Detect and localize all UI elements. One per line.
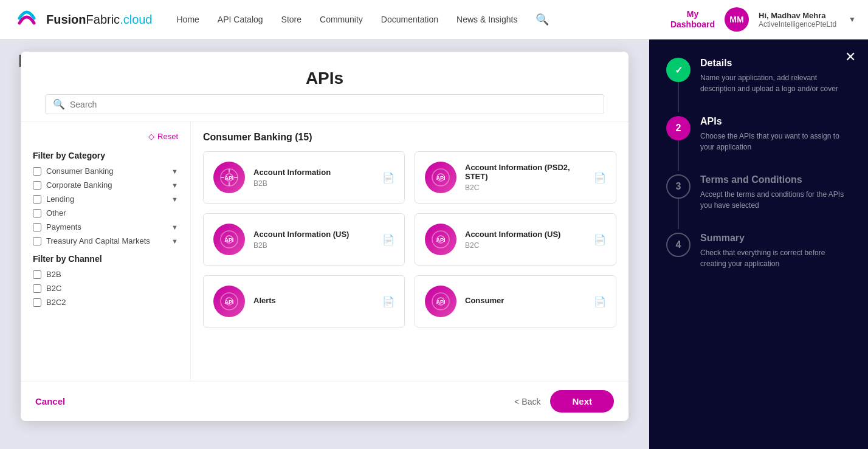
brand-fusion-text: Fusion xyxy=(46,13,86,27)
step-3-terms: 3 Terms and Conditions Accept the terms … xyxy=(666,174,851,211)
api-channel-3: B2C xyxy=(465,241,585,250)
filter-b2b-checkbox[interactable] xyxy=(33,270,41,279)
filter-consumer-banking[interactable]: Consumer Banking ▼ xyxy=(33,166,178,176)
filter-treasury[interactable]: Treasury And Capital Markets ▼ xyxy=(33,236,178,245)
back-button[interactable]: < Back xyxy=(514,397,540,406)
api-name-0: Account Information xyxy=(253,168,374,177)
chevron-down-icon[interactable]: ▼ xyxy=(171,224,178,231)
nav-right: My Dashboard MM Hi, Madhav Mehra ActiveI… xyxy=(670,7,856,32)
document-icon[interactable]: 📄 xyxy=(382,296,394,307)
cancel-button[interactable]: Cancel xyxy=(35,396,65,406)
filter-lending-checkbox[interactable] xyxy=(33,195,41,204)
document-icon[interactable]: 📄 xyxy=(382,172,394,183)
api-name-3: Account Information (US) xyxy=(465,230,585,239)
api-card-4[interactable]: API Alerts 📄 xyxy=(203,275,405,327)
api-name-1: Account Information (PSD2, STET) xyxy=(465,163,585,181)
chevron-down-icon[interactable]: ▼ xyxy=(849,15,856,24)
step-2-apis: 2 APIs Choose the APIs that you want to … xyxy=(666,116,851,153)
api-channel-0: B2B xyxy=(253,179,374,188)
nav-api-catalog[interactable]: API Catalog xyxy=(218,15,263,24)
brand-fabric-text: Fabric xyxy=(86,13,120,27)
filter-b2b[interactable]: B2B xyxy=(33,270,178,279)
svg-point-0 xyxy=(13,6,40,33)
api-card-2[interactable]: API Account Information (US) B2B 📄 xyxy=(203,213,405,266)
filter-header-row: ◇ Reset xyxy=(33,132,178,141)
filter-consumer-banking-label: Consumer Banking xyxy=(46,166,114,176)
document-icon[interactable]: 📄 xyxy=(594,296,606,307)
nav-links: Home API Catalog Store Community Documen… xyxy=(177,13,670,26)
modal-search-area: 🔍 xyxy=(21,94,629,122)
nav-news-insights[interactable]: News & Insights xyxy=(456,15,517,24)
step-3-circle: 3 xyxy=(666,174,691,199)
step-4-desc: Check that everything is correct before … xyxy=(700,247,851,269)
filter-b2c2-label: B2C2 xyxy=(46,298,66,307)
chevron-down-icon[interactable]: ▼ xyxy=(171,182,178,189)
finastra-logo xyxy=(12,5,41,34)
filter-payments-checkbox[interactable] xyxy=(33,223,41,231)
user-name: Hi, Madhav Mehra xyxy=(759,11,836,20)
filter-b2c[interactable]: B2C xyxy=(33,284,178,293)
step-2-content: APIs Choose the APIs that you want to as… xyxy=(700,116,851,153)
api-gear-icon: API xyxy=(219,292,239,311)
filter-lending-label: Lending xyxy=(46,194,74,204)
search-box: 🔍 xyxy=(45,94,604,114)
search-icon[interactable]: 🔍 xyxy=(536,13,549,26)
api-name-5: Consumer xyxy=(465,296,585,305)
brand-text: Fusion Fabric .cloud xyxy=(46,13,153,27)
api-icon-4: API xyxy=(213,286,245,317)
step-4-content: Summary Check that everything is correct… xyxy=(700,233,851,269)
chevron-down-icon[interactable]: ▼ xyxy=(171,196,178,203)
filter-corporate-banking-label: Corporate Banking xyxy=(46,180,112,190)
nav-documentation[interactable]: Documentation xyxy=(381,15,438,24)
nav-home[interactable]: Home xyxy=(177,15,199,24)
step-1-title: Details xyxy=(700,58,851,69)
api-icon-1: API xyxy=(425,162,456,193)
filter-treasury-checkbox[interactable] xyxy=(33,237,41,245)
filter-other-checkbox[interactable] xyxy=(33,209,41,218)
api-card-1[interactable]: API Account Information (PSD2, STET) B2C… xyxy=(415,151,616,204)
api-gear-icon: API xyxy=(431,168,450,187)
search-input[interactable] xyxy=(70,100,596,109)
nav-community[interactable]: Community xyxy=(320,15,363,24)
filter-panel: ◇ Reset Filter by Category Consumer Bank… xyxy=(21,122,191,381)
chevron-down-icon[interactable]: ▼ xyxy=(171,238,178,245)
reset-button[interactable]: ◇ Reset xyxy=(148,132,178,141)
my-dashboard-link[interactable]: My Dashboard xyxy=(670,9,715,30)
step-3-content: Terms and Conditions Accept the terms an… xyxy=(700,174,851,211)
filter-corporate-banking[interactable]: Corporate Banking ▼ xyxy=(33,180,178,190)
right-panel: ✕ ✓ Details Name your application, add r… xyxy=(649,39,868,449)
filter-b2c-checkbox[interactable] xyxy=(33,284,41,293)
document-icon[interactable]: 📄 xyxy=(382,234,394,245)
api-icon-5: API xyxy=(425,286,456,317)
filter-payments[interactable]: Payments ▼ xyxy=(33,222,178,231)
filter-corporate-banking-checkbox[interactable] xyxy=(33,181,41,190)
api-info-2: Account Information (US) B2B xyxy=(253,230,374,250)
api-info-1: Account Information (PSD2, STET) B2C xyxy=(465,163,585,192)
filter-lending[interactable]: Lending ▼ xyxy=(33,194,178,204)
modal-body: ◇ Reset Filter by Category Consumer Bank… xyxy=(21,122,629,381)
document-icon[interactable]: 📄 xyxy=(594,172,606,183)
api-gear-icon: API xyxy=(219,168,239,187)
nav-store[interactable]: Store xyxy=(281,15,301,24)
apis-modal: APIs 🔍 ◇ Reset xyxy=(21,52,629,421)
modal-header: APIs xyxy=(21,52,629,94)
filter-other[interactable]: Other xyxy=(33,208,178,218)
filter-b2c2[interactable]: B2C2 xyxy=(33,298,178,307)
step-1-details: ✓ Details Name your application, add rel… xyxy=(666,58,851,94)
filter-b2c2-checkbox[interactable] xyxy=(33,298,41,307)
avatar[interactable]: MM xyxy=(725,7,749,32)
api-card-5[interactable]: API Consumer 📄 xyxy=(415,275,616,327)
api-card-3[interactable]: API Account Information (US) B2C 📄 xyxy=(415,213,616,266)
chevron-down-icon[interactable]: ▼ xyxy=(171,168,178,175)
logo-area[interactable]: Fusion Fabric .cloud xyxy=(12,5,153,34)
filter-category-title: Filter by Category xyxy=(33,151,178,160)
brand-cloud-text: .cloud xyxy=(120,13,152,27)
next-button[interactable]: Next xyxy=(550,390,614,413)
api-card-0[interactable]: API Account Information B2 xyxy=(203,151,405,204)
filter-consumer-banking-checkbox[interactable] xyxy=(33,167,41,176)
footer-right: < Back Next xyxy=(514,390,614,413)
api-name-4: Alerts xyxy=(253,296,374,305)
document-icon[interactable]: 📄 xyxy=(594,234,606,245)
step-2-desc: Choose the APIs that you want to assign … xyxy=(700,131,851,153)
step-2-title: APIs xyxy=(700,116,851,127)
